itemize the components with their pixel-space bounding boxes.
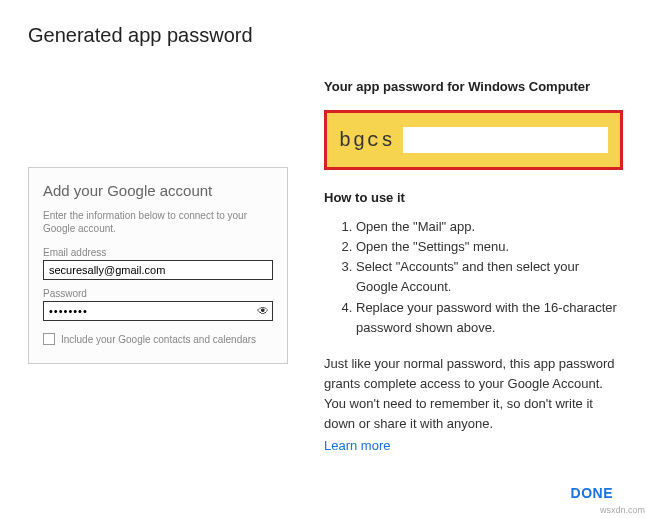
left-column: Add your Google account Enter the inform… xyxy=(28,67,288,453)
include-contacts-label: Include your Google contacts and calenda… xyxy=(61,334,256,345)
disclaimer-text: Just like your normal password, this app… xyxy=(324,354,623,435)
content-area: Add your Google account Enter the inform… xyxy=(28,67,623,453)
done-button[interactable]: DONE xyxy=(571,485,613,501)
howto-step: Replace your password with the 16-charac… xyxy=(356,298,623,338)
watermark: wsxdn.com xyxy=(600,505,645,515)
generated-password-text: bgcs xyxy=(339,129,395,152)
howto-step: Open the "Settings" menu. xyxy=(356,237,623,257)
card-title: Add your Google account xyxy=(43,182,273,199)
password-label: Password xyxy=(43,288,273,299)
learn-more-link[interactable]: Learn more xyxy=(324,438,390,453)
right-column: Your app password for Windows Computer b… xyxy=(324,67,623,453)
howto-list: Open the "Mail" app. Open the "Settings"… xyxy=(324,217,623,338)
include-contacts-row[interactable]: Include your Google contacts and calenda… xyxy=(43,333,273,345)
password-mask xyxy=(403,127,608,153)
email-label: Email address xyxy=(43,247,273,258)
howto-step: Open the "Mail" app. xyxy=(356,217,623,237)
add-google-account-card: Add your Google account Enter the inform… xyxy=(28,167,288,364)
generated-password-box: bgcs xyxy=(324,110,623,170)
howto-step: Select "Accounts" and then select your G… xyxy=(356,257,623,297)
password-field[interactable] xyxy=(44,302,254,320)
show-password-icon[interactable]: 👁 xyxy=(254,304,272,318)
howto-title: How to use it xyxy=(324,190,623,205)
include-contacts-checkbox[interactable] xyxy=(43,333,55,345)
email-field[interactable] xyxy=(43,260,273,280)
password-field-wrapper: 👁 xyxy=(43,301,273,321)
card-instruction: Enter the information below to connect t… xyxy=(43,209,273,235)
page-title: Generated app password xyxy=(28,24,623,47)
app-password-heading: Your app password for Windows Computer xyxy=(324,79,623,94)
